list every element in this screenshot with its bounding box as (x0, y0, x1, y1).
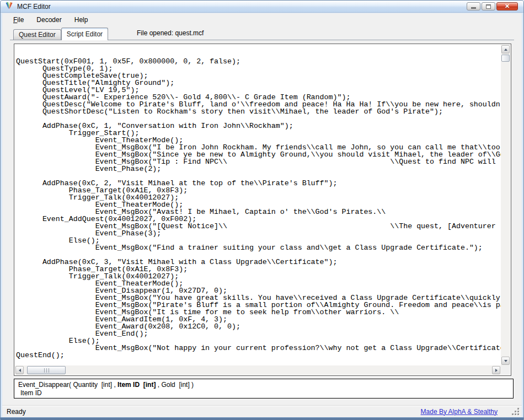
code-line: Event_Phase(2); (16, 165, 501, 173)
title-bar[interactable]: MCF Editor ✕ (1, 1, 523, 13)
signature-suffix: , Gold [int] ) (156, 381, 194, 389)
resize-grip[interactable] (512, 408, 519, 415)
code-line: QuestEnd(); (16, 352, 501, 359)
horizontal-scrollbar-thumb[interactable] (27, 366, 66, 374)
current-param-label: Item ID (18, 389, 509, 397)
horizontal-scrollbar[interactable] (15, 365, 501, 375)
scroll-left-button[interactable] (15, 366, 24, 374)
status-text: Ready (7, 408, 26, 416)
signature-prefix: Event_Disappear( Quantity [int] , (18, 381, 117, 389)
close-icon: ✕ (505, 3, 510, 9)
tab-script-editor[interactable]: Script Editor (61, 28, 108, 40)
status-bar: Ready Made By AlphA & Stealthy (2, 405, 522, 417)
minimize-icon (471, 7, 476, 9)
tab-quest-editor[interactable]: Quest Editor (13, 29, 61, 40)
file-opened-label: File opened: quest.mcf (137, 29, 204, 37)
tab-strip: Quest EditorScript EditorFile opened: qu… (10, 28, 514, 40)
scroll-right-button[interactable] (492, 366, 500, 374)
window-controls: ✕ (467, 2, 518, 10)
menu-item-decoder[interactable]: Decoder (33, 14, 65, 26)
thumb-grip-icon (44, 368, 49, 373)
code-line: Event_MsgBox("Find a trainer suiting you… (16, 244, 501, 251)
vertical-scrollbar[interactable] (501, 45, 510, 365)
arrow-down-icon (504, 360, 507, 362)
scroll-up-button[interactable] (501, 45, 510, 53)
scroll-down-button[interactable] (501, 357, 510, 365)
close-button[interactable]: ✕ (496, 2, 518, 10)
credit-link[interactable]: Made By AlphA & Stealthy (421, 408, 498, 416)
script-editor-textarea[interactable]: QuestStart(0xF001, 1, 0x5F, 0x800000, 0,… (15, 45, 501, 365)
arrow-left-icon (19, 369, 21, 372)
app-window: MCF Editor ✕ FileDecoderHelp Quest Edito… (0, 0, 524, 420)
function-hint-box: Event_Disappear( Quantity [int] , Item I… (14, 379, 514, 399)
window-bottom-frame (1, 417, 523, 419)
arrow-up-icon (504, 49, 507, 51)
script-editor-panel: QuestStart(0xF001, 1, 0x5F, 0x800000, 0,… (14, 44, 511, 376)
maximize-icon (486, 4, 491, 9)
maximize-button[interactable] (482, 2, 495, 10)
app-logo-icon (4, 2, 14, 11)
function-signature: Event_Disappear( Quantity [int] , Item I… (18, 380, 509, 389)
scrollbar-corner (501, 365, 510, 375)
signature-current-param: Item ID [int] (117, 381, 156, 389)
menu-item-help[interactable]: Help (71, 14, 92, 26)
arrow-right-icon (495, 369, 498, 372)
code-line: QuestShortDesc("Listen to Rockham's stor… (16, 108, 501, 115)
code-line: Event_MsgBox("Not happy in your current … (16, 344, 501, 352)
vertical-scrollbar-thumb[interactable] (501, 55, 510, 62)
menu-item-file[interactable]: File (9, 14, 28, 26)
menu-bar: FileDecoderHelp (2, 13, 522, 26)
minimize-button[interactable] (467, 2, 480, 10)
window-title: MCF Editor (17, 3, 51, 10)
client-area: FileDecoderHelp Quest EditorScript Edito… (2, 13, 522, 417)
